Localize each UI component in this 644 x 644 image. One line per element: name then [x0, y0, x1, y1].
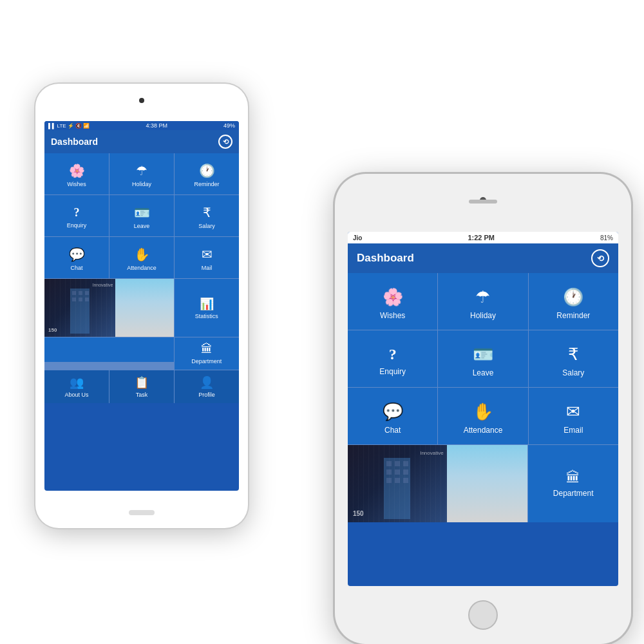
- phone2-battery: 81%: [600, 234, 613, 242]
- leave-icon: 🪪: [134, 205, 150, 220]
- phone2-holiday-label: Holiday: [470, 311, 496, 320]
- phone2-logout-button[interactable]: ⟲: [591, 249, 609, 267]
- phone1-image-cell: 150 Innovative: [44, 279, 174, 337]
- svg-rect-16: [403, 478, 408, 483]
- salary-label: Salary: [198, 223, 215, 229]
- reminder-label: Reminder: [194, 181, 219, 187]
- phone1-menu-mail[interactable]: ✉ Mail: [175, 237, 239, 278]
- svg-rect-13: [403, 469, 408, 475]
- phone2-menu-reminder[interactable]: 🕐 Reminder: [529, 273, 618, 330]
- phone2-attendance-label: Attendance: [464, 426, 503, 435]
- phone1-tab-task[interactable]: 📋 Task: [109, 370, 174, 403]
- iphone: Jio 1:22 PM 81% Dashboard ⟲ 🌸 Wishes ☂ H…: [335, 174, 631, 644]
- phone2-menu-email[interactable]: ✉ Email: [529, 388, 618, 444]
- phone1-dept-row: 🏛 Department: [44, 337, 239, 370]
- svg-rect-0: [70, 289, 90, 334]
- phone2-mixed-row: 150 Innovative 🏛 Department: [348, 445, 618, 522]
- phone1-menu-salary[interactable]: ₹ Salary: [175, 195, 239, 236]
- phone1-home-button[interactable]: [129, 510, 155, 515]
- phone2-menu-holiday[interactable]: ☂ Holiday: [438, 273, 527, 330]
- svg-rect-1: [72, 291, 76, 295]
- phone2-menu-salary[interactable]: ₹ Salary: [529, 330, 618, 387]
- phone2-department-item[interactable]: 🏛 Department: [528, 445, 618, 522]
- chat-label: Chat: [70, 265, 82, 271]
- phone2-wishes-icon: 🌸: [383, 287, 403, 307]
- svg-rect-3: [85, 291, 89, 295]
- svg-rect-14: [386, 478, 392, 483]
- salary-icon: ₹: [203, 205, 211, 220]
- phone2-enquiry-icon: ?: [389, 346, 397, 363]
- department-label: Department: [191, 358, 222, 365]
- phone1-img-building: 150 Innovative: [44, 279, 115, 337]
- mail-label: Mail: [202, 265, 213, 271]
- phone1-statistics-item[interactable]: 📊 Statistics: [175, 279, 239, 337]
- phone1-mixed-row: 150 Innovative 📊 Statistics: [44, 279, 239, 337]
- phone2-menu-attendance[interactable]: ✋ Attendance: [438, 388, 527, 444]
- phone1-img-sky: [115, 279, 173, 337]
- svg-rect-15: [395, 478, 400, 483]
- svg-rect-11: [386, 469, 392, 475]
- reminder-icon: 🕐: [199, 163, 215, 178]
- svg-rect-4: [72, 298, 76, 301]
- phone2-leave-icon: 🪪: [473, 345, 493, 365]
- phone1-menu-attendance[interactable]: ✋ Attendance: [109, 237, 174, 278]
- svg-rect-2: [79, 291, 82, 295]
- phone2-leave-label: Leave: [473, 368, 494, 377]
- phone2-time: 1:22 PM: [468, 234, 495, 242]
- task-icon: 📋: [135, 375, 149, 390]
- mail-icon: ✉: [202, 247, 213, 262]
- phone2-img-sky: [447, 445, 528, 522]
- phone2-email-label: Email: [564, 426, 583, 435]
- phone1-app-header: Dashboard ⟲: [44, 130, 239, 153]
- attendance-icon: ✋: [134, 247, 150, 262]
- phone2-department-icon: 🏛: [566, 469, 580, 486]
- phone2-menu-leave[interactable]: 🪪 Leave: [438, 330, 527, 387]
- about-us-icon: 👥: [70, 375, 84, 390]
- leave-label: Leave: [134, 223, 150, 229]
- phone2-reminder-label: Reminder: [556, 311, 590, 320]
- about-us-label: About Us: [64, 392, 88, 398]
- svg-rect-7: [384, 458, 410, 519]
- department-icon: 🏛: [201, 343, 213, 356]
- phone2-menu-chat[interactable]: 💬 Chat: [348, 388, 437, 444]
- svg-rect-5: [79, 298, 82, 301]
- phone1-menu-enquiry[interactable]: ? Enquiry: [44, 195, 109, 236]
- phone1-menu-grid-row2: ? Enquiry 🪪 Leave ₹ Salary: [44, 195, 239, 236]
- phone2-dashboard-title: Dashboard: [357, 252, 414, 265]
- enquiry-label: Enquiry: [67, 222, 87, 229]
- phone1-status-left: ▌▌ LTE ⚡ 🔇 📶: [48, 123, 90, 129]
- phone2-screen: Jio 1:22 PM 81% Dashboard ⟲ 🌸 Wishes ☂ H…: [348, 232, 618, 586]
- phone1-tab-about[interactable]: 👥 About Us: [44, 370, 109, 403]
- phone2-speaker: [469, 200, 497, 204]
- phone1-camera: [139, 98, 144, 103]
- phone2-wishes-label: Wishes: [380, 311, 405, 320]
- phone2-department-label: Department: [553, 489, 594, 498]
- svg-rect-12: [395, 469, 400, 475]
- holiday-label: Holiday: [132, 181, 151, 187]
- statistics-icon: 📊: [200, 297, 214, 311]
- phone2-reminder-icon: 🕐: [563, 287, 583, 307]
- svg-rect-10: [403, 461, 408, 466]
- profile-label: Profile: [198, 392, 215, 398]
- phone1-screen: ▌▌ LTE ⚡ 🔇 📶 4:38 PM 49% Dashboard ⟲ 🌸 W…: [44, 121, 239, 491]
- phone1-logout-button[interactable]: ⟲: [218, 135, 232, 149]
- wishes-icon: 🌸: [69, 163, 85, 178]
- phone2-holiday-icon: ☂: [475, 287, 490, 307]
- holiday-icon: ☂: [136, 163, 147, 178]
- phone1-status-battery: 49%: [223, 122, 235, 129]
- phone1-menu-reminder[interactable]: 🕐 Reminder: [175, 153, 239, 194]
- phone1-menu-wishes[interactable]: 🌸 Wishes: [44, 153, 109, 194]
- phone1-menu-grid-row3: 💬 Chat ✋ Attendance ✉ Mail: [44, 237, 239, 278]
- phone1-menu-holiday[interactable]: ☂ Holiday: [109, 153, 174, 194]
- phone1-status-bar: ▌▌ LTE ⚡ 🔇 📶 4:38 PM 49%: [44, 121, 239, 130]
- phone1-department-item[interactable]: 🏛 Department: [175, 337, 239, 370]
- svg-rect-8: [386, 461, 392, 466]
- phone1-tab-profile[interactable]: 👤 Profile: [175, 370, 239, 403]
- phone1-menu-chat[interactable]: 💬 Chat: [44, 237, 109, 278]
- phone1-menu-leave[interactable]: 🪪 Leave: [109, 195, 174, 236]
- phone2-enquiry-label: Enquiry: [379, 367, 406, 376]
- phone2-menu-wishes[interactable]: 🌸 Wishes: [348, 273, 437, 330]
- phone2-menu-enquiry[interactable]: ? Enquiry: [348, 330, 437, 387]
- phone1-dashboard-title: Dashboard: [51, 137, 98, 147]
- phone2-home-button[interactable]: [468, 600, 498, 630]
